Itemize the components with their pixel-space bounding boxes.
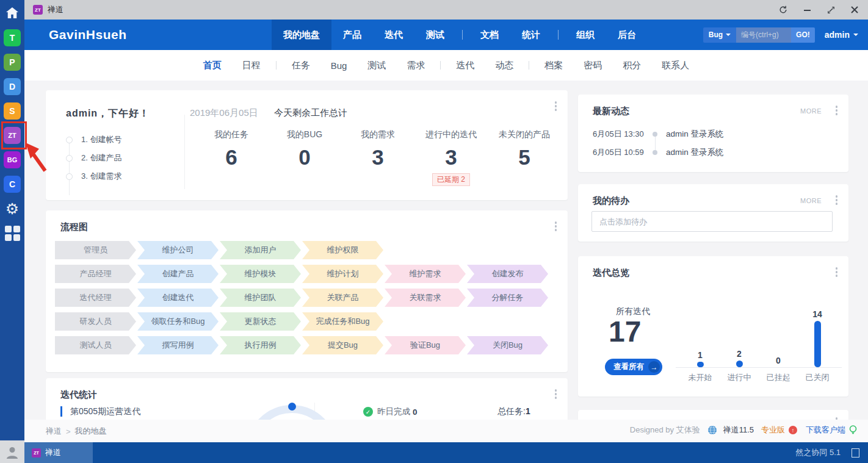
subnav-profile[interactable]: 档案: [534, 60, 573, 71]
subnav-contacts[interactable]: 联系人: [651, 60, 700, 71]
step-circle-icon: [66, 137, 73, 143]
search-input[interactable]: [736, 27, 791, 43]
zentao-logo-icon: ZT: [32, 448, 41, 458]
brand-logo[interactable]: GavinHsueh: [49, 27, 127, 42]
gauge-dot: [288, 403, 296, 411]
subnav-story[interactable]: 需求: [396, 60, 435, 71]
activity-card: 最新动态 MORE 6月05日 13:30 admin 登录系统 6月05日 1…: [578, 95, 848, 172]
nav-item-my-dashboard[interactable]: 我的地盘: [272, 20, 331, 50]
designed-by-text: Designed by 艾体验: [630, 425, 700, 436]
bar-column: 14: [798, 295, 837, 367]
app-icon-c[interactable]: C: [4, 176, 21, 193]
subnav-home[interactable]: 首页: [193, 60, 232, 71]
more-link[interactable]: MORE: [800, 107, 822, 115]
bar-column: 2: [720, 295, 759, 367]
search-go-button[interactable]: GO!: [791, 27, 815, 43]
settings-gear-icon[interactable]: ⚙: [4, 200, 21, 217]
card-title: 最新动态: [593, 106, 629, 117]
nav-item-sprint[interactable]: 迭代: [373, 20, 414, 50]
nav-item-admin[interactable]: 后台: [606, 20, 648, 50]
nav-item-test[interactable]: 测试: [414, 20, 456, 50]
version-text[interactable]: 禅道11.5: [723, 425, 754, 436]
flow-step: 关联产品: [302, 289, 383, 307]
subnav-test[interactable]: 测试: [357, 60, 396, 71]
window-app-logo: ZT: [33, 5, 43, 15]
breadcrumb-current[interactable]: 我的地盘: [75, 426, 107, 437]
app-icon-t[interactable]: T: [4, 29, 21, 46]
stat-my-tasks[interactable]: 我的任务 6: [195, 129, 268, 186]
flow-step: 领取任务和Bug: [137, 312, 219, 331]
subnav-dynamic[interactable]: 动态: [485, 60, 524, 71]
suite-version-text: 然之协同 5.1: [795, 447, 841, 458]
all-apps-grid-icon[interactable]: [4, 224, 21, 242]
add-todo-input[interactable]: [591, 211, 833, 232]
nav-item-report[interactable]: 统计: [510, 20, 552, 50]
card-menu-icon[interactable]: [554, 388, 559, 400]
download-client-link[interactable]: 下载客户端: [806, 425, 845, 436]
flow-row-product-manager: 产品经理 创建产品 维护模块 维护计划 维护需求 创建发布: [55, 265, 549, 283]
flow-step: 创建发布: [467, 265, 548, 283]
yesterday-done: ✓ 昨日完成 0: [363, 406, 418, 417]
user-avatar[interactable]: [0, 440, 24, 463]
card-menu-icon[interactable]: [554, 100, 559, 112]
step-create-story[interactable]: 3. 创建需求: [66, 167, 121, 185]
flow-role: 管理员: [55, 241, 136, 259]
subnav-password[interactable]: 密码: [573, 60, 612, 71]
minimize-icon[interactable]: [803, 6, 811, 14]
app-icon-s[interactable]: S: [4, 102, 21, 120]
card-menu-icon[interactable]: [554, 220, 559, 232]
nav-item-doc[interactable]: 文档: [469, 20, 510, 50]
bar: [736, 361, 743, 367]
subnav-sprint[interactable]: 迭代: [446, 60, 485, 71]
delayed-badge: 已延期 2: [432, 173, 470, 186]
window-icon[interactable]: [852, 448, 859, 458]
sprint-name[interactable]: 第0505期运营迭代: [70, 406, 140, 417]
step-create-account[interactable]: 1. 创建帐号: [66, 131, 121, 149]
subnav-score[interactable]: 积分: [612, 60, 651, 71]
search-type-dropdown[interactable]: Bug: [703, 27, 736, 43]
flowchart-rows: 管理员 维护公司 添加用户 维护权限 产品经理 创建产品 维护模块 维护计划 维…: [55, 241, 549, 360]
more-link[interactable]: MORE: [800, 197, 822, 204]
sprint-status-bars: 1 2 0 14: [681, 295, 837, 367]
edition-link[interactable]: 专业版: [761, 425, 785, 436]
app-icon-bg[interactable]: BG: [4, 151, 21, 168]
flow-step: 创建迭代: [137, 289, 219, 307]
flow-step: 验证Bug: [385, 336, 466, 354]
stat-open-products[interactable]: 未关闭的产品 5: [488, 129, 561, 186]
taskbar-item-zentao[interactable]: ZT 禅道: [24, 442, 93, 463]
home-icon[interactable]: [3, 4, 21, 22]
view-all-button[interactable]: 查看所有 →: [605, 359, 662, 375]
nav-item-org[interactable]: 组织: [565, 20, 606, 50]
nav-item-product[interactable]: 产品: [331, 20, 373, 50]
nav-divider: [558, 30, 559, 40]
refresh-icon[interactable]: [779, 5, 787, 14]
upgrade-icon[interactable]: ↑: [789, 426, 797, 434]
main-menu: 我的地盘 产品 迭代 测试 文档 统计 组织 后台: [272, 20, 648, 50]
step-create-product[interactable]: 2. 创建产品: [66, 149, 121, 167]
subnav-bug[interactable]: Bug: [320, 60, 358, 71]
app-icon-d[interactable]: D: [4, 78, 21, 95]
stat-active-sprints[interactable]: 进行中的迭代 3 已延期 2: [414, 129, 488, 186]
card-menu-icon[interactable]: [834, 266, 839, 278]
work-stats: 我的任务 6 我的BUG 0 我的需求 3 进行中的迭代 3 已延期 2 未: [195, 129, 561, 186]
activity-entry: 6月05日 13:30 admin 登录系统: [593, 125, 834, 143]
subnav-task[interactable]: 任务: [281, 60, 320, 71]
activity-entry: 6月05日 10:59 admin 登录系统: [593, 143, 834, 162]
maximize-icon[interactable]: [827, 6, 835, 14]
flow-step: 添加用户: [220, 241, 301, 259]
subnav-calendar[interactable]: 日程: [232, 60, 271, 71]
sprint-marker: [60, 406, 62, 417]
close-icon[interactable]: [851, 6, 858, 13]
stat-my-stories[interactable]: 我的需求 3: [341, 129, 414, 186]
app-dock-sidebar: T P D S ZT BG C ⚙: [0, 0, 24, 463]
stat-my-bugs[interactable]: 我的BUG 0: [268, 129, 341, 186]
flow-step: 维护需求: [385, 265, 466, 283]
card-menu-icon[interactable]: [834, 104, 839, 117]
app-icon-p[interactable]: P: [4, 54, 21, 71]
user-menu[interactable]: admin: [825, 30, 858, 40]
card-menu-icon[interactable]: [834, 194, 839, 206]
breadcrumb-root[interactable]: 禅道: [46, 426, 62, 437]
annotation-arrow: [23, 142, 49, 173]
page-footer: 禅道 > 我的地盘 Designed by 艾体验 禅道11.5 专业版 ↑ 下…: [24, 420, 868, 442]
clipped-card: [578, 410, 848, 420]
